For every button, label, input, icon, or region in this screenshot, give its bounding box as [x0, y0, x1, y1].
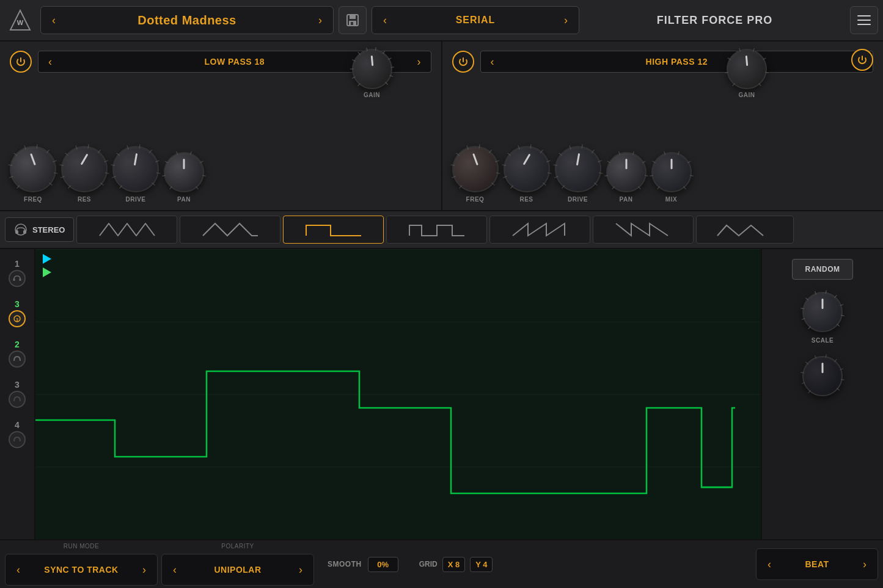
svg-line-61: [725, 72, 728, 73]
svg-text:W: W: [17, 19, 24, 26]
run-mode-prev[interactable]: ‹: [12, 561, 25, 579]
filter2-power-button[interactable]: [452, 51, 474, 73]
svg-line-140: [805, 362, 808, 365]
slot-3[interactable]: 3: [3, 375, 31, 413]
svg-line-134: [840, 305, 843, 306]
slot-1-number: 1: [15, 259, 20, 269]
filter2-type-prev[interactable]: ‹: [486, 53, 499, 71]
svg-line-52: [165, 161, 168, 163]
polarity-next[interactable]: ›: [294, 561, 307, 579]
polarity-wrapper: POLARITY ‹ UNIPOLAR ›: [161, 554, 314, 586]
beat-prev[interactable]: ‹: [763, 556, 776, 573]
grid-label: GRID: [419, 560, 438, 568]
filter2-right-power-button[interactable]: [851, 49, 873, 71]
svg-line-9: [352, 77, 355, 78]
svg-line-11: [352, 60, 355, 61]
playhead-r[interactable]: [43, 267, 51, 277]
filter2-pan-container: PAN: [606, 152, 647, 203]
svg-line-144: [840, 369, 843, 370]
waveform-sawtooth[interactable]: [489, 216, 590, 244]
svg-line-75: [478, 144, 479, 148]
svg-line-31: [60, 176, 64, 178]
grid-y-value[interactable]: Y 4: [470, 557, 493, 572]
lfo-canvas-area[interactable]: [35, 249, 761, 539]
svg-line-50: [170, 186, 172, 189]
stereo-button[interactable]: STEREO: [5, 217, 74, 242]
waveform-smooth-sine[interactable]: [76, 216, 177, 244]
filter1-drive-knob[interactable]: [112, 146, 159, 192]
beat-next[interactable]: ›: [858, 556, 871, 573]
filter1-gain-knob[interactable]: [352, 49, 392, 89]
top-bar: W ‹ Dotted Madness › ‹ SERIAL › FILTER F…: [0, 0, 883, 42]
grid-x-value[interactable]: X 8: [442, 557, 466, 572]
routing-prev-button[interactable]: ‹: [378, 12, 392, 29]
filter2-pan-knob[interactable]: [606, 152, 647, 192]
filter2-knobs-row: FREQ: [452, 79, 874, 203]
routing-next-button[interactable]: ›: [559, 12, 573, 29]
svg-line-131: [815, 291, 816, 294]
svg-line-105: [642, 161, 645, 163]
svg-rect-5: [351, 22, 353, 25]
svg-line-86: [540, 150, 543, 153]
waveform-triangle[interactable]: [180, 216, 280, 244]
waveform-square[interactable]: [386, 216, 487, 244]
filter2-panel: ‹ HIGH PASS 12 ›: [442, 42, 884, 210]
slot-1[interactable]: 1: [3, 254, 31, 292]
svg-line-43: [116, 153, 119, 156]
waveform-square-rounded[interactable]: [283, 216, 384, 244]
filter1-freq-knob[interactable]: [10, 146, 56, 192]
filter1-type-next[interactable]: ›: [412, 53, 426, 71]
svg-line-136: [837, 324, 839, 327]
svg-line-128: [802, 318, 805, 319]
svg-line-71: [452, 176, 455, 178]
svg-line-91: [554, 176, 558, 178]
playhead-l[interactable]: [43, 254, 51, 264]
stereo-label: STEREO: [32, 225, 65, 234]
filter2-res-knob[interactable]: [504, 146, 550, 192]
preset-next-button[interactable]: ›: [313, 12, 327, 29]
run-mode-next[interactable]: ›: [137, 561, 151, 579]
svg-line-57: [196, 186, 199, 189]
waveform-reverse-saw[interactable]: [593, 216, 694, 244]
freq-ticks: [5, 141, 61, 197]
svg-line-82: [502, 165, 506, 165]
random-button[interactable]: RANDOM: [792, 259, 853, 280]
svg-line-54: [190, 151, 191, 154]
preset-prev-button[interactable]: ‹: [47, 12, 60, 29]
svg-line-63: [739, 48, 741, 51]
menu-icon: [857, 15, 871, 16]
filter2-gain-knob[interactable]: [727, 49, 767, 89]
filter1-res-knob[interactable]: [61, 146, 108, 192]
arc-icon-3: [13, 435, 21, 444]
svg-line-55: [200, 161, 203, 163]
svg-line-32: [59, 165, 64, 165]
svg-line-18: [389, 75, 392, 76]
filter2-mix-knob[interactable]: [651, 152, 692, 192]
slot-3-active[interactable]: 3 3: [3, 294, 31, 332]
filter2-drive-knob[interactable]: [555, 146, 601, 192]
svg-line-12: [357, 52, 360, 54]
slot-4[interactable]: 4: [3, 415, 31, 453]
filter1-power-button[interactable]: [10, 51, 32, 73]
waveform-triangle-v2[interactable]: [696, 216, 794, 244]
smooth-value[interactable]: 0%: [368, 557, 398, 572]
routing-name: SERIAL: [398, 15, 553, 26]
filter1-type-prev[interactable]: ‹: [43, 53, 57, 71]
app-container: W ‹ Dotted Madness › ‹ SERIAL › FILTER F…: [0, 0, 883, 588]
filter2-drive-container: DRIVE: [555, 146, 601, 203]
polarity-prev[interactable]: ‹: [168, 561, 181, 579]
filter1-pan-knob[interactable]: [164, 152, 204, 192]
svg-line-26: [46, 150, 49, 153]
svg-line-111: [664, 151, 665, 154]
slot-2[interactable]: 2: [3, 335, 31, 372]
polarity-nav: ‹ UNIPOLAR ›: [161, 554, 314, 586]
arc-icon-2: [13, 395, 21, 404]
menu-button[interactable]: [850, 6, 878, 34]
filter2-freq-knob[interactable]: [452, 146, 499, 192]
svg-text:3: 3: [16, 318, 18, 322]
headphone-small-icon: [13, 274, 21, 283]
scale-knob[interactable]: [802, 292, 843, 332]
speed-knob[interactable]: [802, 356, 843, 396]
svg-line-20: [17, 185, 20, 188]
save-button[interactable]: [339, 6, 367, 34]
